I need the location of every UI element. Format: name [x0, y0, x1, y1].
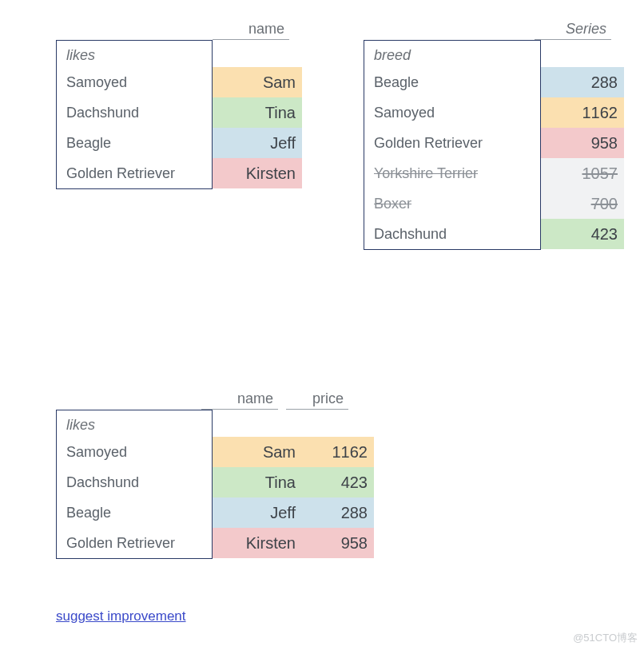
index-cell: Samoyed — [57, 74, 212, 91]
index-title: breed — [364, 41, 540, 67]
value-cell-price: 423 — [302, 467, 374, 497]
watermark: @51CTO博客 — [573, 631, 638, 645]
column-header-row: name price — [56, 387, 348, 410]
value-cell: 423 — [541, 219, 624, 249]
value-cell: Sam — [213, 67, 302, 97]
index-cell: Dachshund — [364, 226, 540, 243]
table-row: Samoyed — [364, 97, 540, 128]
index-title: likes — [57, 41, 212, 67]
value-cell: Kirsten — [213, 158, 302, 188]
suggest-improvement-link[interactable]: suggest improvement — [56, 608, 186, 624]
column-header-row: name — [56, 18, 289, 40]
index-title: likes — [57, 410, 212, 437]
dataframe-likes-name: name likes Samoyed Dachshund Beagle Gold… — [56, 18, 302, 189]
column-header-price: price — [286, 387, 348, 410]
index-cell: Golden Retriever — [57, 165, 212, 182]
index-box: likes Samoyed Dachshund Beagle Golden Re… — [56, 410, 213, 559]
series-breed: Series breed Beagle Samoyed Golden Retri… — [364, 18, 624, 250]
value-cell: Jeff — [213, 128, 302, 158]
value-columns: Sam 1162 Tina 423 Jeff 288 Kirsten 958 — [213, 410, 374, 559]
value-cell: 700 — [541, 188, 624, 219]
value-column: Sam Tina Jeff Kirsten — [213, 40, 302, 189]
table-row: Beagle — [57, 497, 212, 528]
value-cell-name: Kirsten — [213, 528, 302, 558]
spacer — [213, 40, 302, 67]
index-cell: Dachshund — [57, 105, 212, 121]
value-cell: 1162 — [541, 97, 624, 128]
table-row: Boxer — [364, 188, 540, 219]
table-row: Dachshund — [57, 97, 212, 128]
table-row: Dachshund — [364, 219, 540, 249]
value-cell-name: Tina — [213, 467, 302, 497]
index-cell: Yorkshire Terrier — [364, 165, 540, 182]
index-cell: Beagle — [57, 505, 212, 521]
value-cell-price: 288 — [302, 497, 374, 528]
table-row: Beagle — [57, 128, 212, 158]
value-cell-name: Jeff — [213, 497, 302, 528]
value-cell-price: 1162 — [302, 437, 374, 467]
index-cell: Samoyed — [364, 105, 540, 121]
value-cell: Tina — [213, 97, 302, 128]
value-cell: 288 — [541, 67, 624, 97]
index-cell: Beagle — [364, 74, 540, 91]
column-header-name: name — [201, 387, 278, 410]
table-row: Golden Retriever — [57, 528, 212, 558]
column-header-name: name — [213, 18, 289, 40]
dataframe-likes-name-price: name price likes Samoyed Dachshund Beagl… — [56, 387, 374, 559]
table-row: Samoyed — [57, 437, 212, 467]
index-cell: Golden Retriever — [57, 535, 212, 552]
value-cell: 958 — [541, 128, 624, 158]
table-row: Golden Retriever — [57, 158, 212, 188]
spacer — [213, 410, 374, 437]
table-row: Beagle — [364, 67, 540, 97]
column-header-row: Series — [364, 18, 611, 40]
value-column: 288 1162 958 1057 700 423 — [541, 40, 624, 250]
index-cell: Samoyed — [57, 444, 212, 461]
spacer — [541, 40, 624, 67]
index-cell: Boxer — [364, 196, 540, 212]
index-box: breed Beagle Samoyed Golden Retriever Yo… — [364, 40, 541, 250]
table-row: Golden Retriever — [364, 128, 540, 158]
table-row: Dachshund — [57, 467, 212, 497]
table-row: Samoyed — [57, 67, 212, 97]
value-cell-price: 958 — [302, 528, 374, 558]
index-box: likes Samoyed Dachshund Beagle Golden Re… — [56, 40, 213, 189]
index-cell: Beagle — [57, 135, 212, 152]
index-cell: Golden Retriever — [364, 135, 540, 152]
column-header-series: Series — [535, 18, 611, 40]
value-cell: 1057 — [541, 158, 624, 188]
value-cell-name: Sam — [213, 437, 302, 467]
index-cell: Dachshund — [57, 474, 212, 491]
table-row: Yorkshire Terrier — [364, 158, 540, 188]
